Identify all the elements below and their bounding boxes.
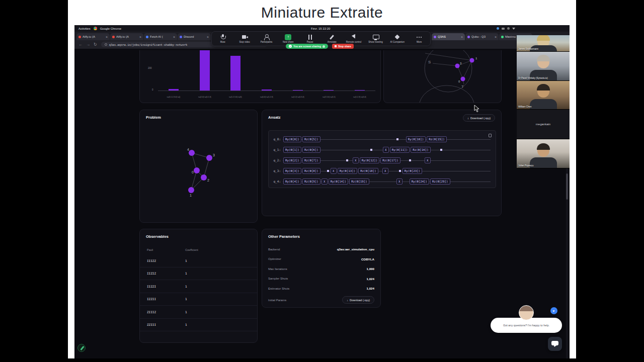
parameter-value: COBYLA bbox=[361, 257, 374, 261]
browser-tab[interactable]: Q3AS× bbox=[432, 33, 465, 40]
graph-node bbox=[461, 77, 465, 81]
tab-favicon bbox=[501, 36, 504, 38]
meeting-control-pause[interactable]: Pause bbox=[299, 34, 320, 43]
graph-node bbox=[201, 174, 207, 180]
parameter-row: Estimator Shots1,024 bbox=[262, 284, 380, 294]
reload-icon[interactable]: ↻ bbox=[94, 42, 97, 47]
other-parameters-panel: Other Parameters Backendq3as:aer_simulat… bbox=[262, 229, 381, 308]
chat-launcher-button[interactable] bbox=[548, 337, 562, 351]
chat-notification-icon[interactable]: ▸ bbox=[550, 307, 557, 314]
parameter-row: Sampler Shots1,024 bbox=[262, 274, 380, 284]
x-gate: X bbox=[353, 157, 359, 163]
webapp-content: 2000 s={0,1,2,3,4} t={}s={2,4} t={0,1,3}… bbox=[74, 49, 570, 358]
parameter-value: 1,024 bbox=[367, 277, 374, 281]
coefficient-value: 1 bbox=[185, 297, 257, 301]
forward-icon[interactable]: → bbox=[86, 42, 90, 47]
meeting-control-participants[interactable]: Participants bbox=[256, 34, 277, 43]
bar bbox=[355, 90, 365, 90]
participant-video[interactable]: William Chen bbox=[517, 81, 570, 110]
graph-node bbox=[206, 155, 212, 161]
activities-button[interactable]: Activities bbox=[78, 27, 91, 30]
pauli-value: IIIZZ bbox=[140, 259, 185, 262]
meeting-control-ai-companion[interactable]: AI Companion bbox=[387, 34, 408, 43]
observables-header: PauliCoefficient bbox=[140, 245, 257, 254]
meeting-control-annotate[interactable]: Annotate bbox=[321, 34, 343, 43]
parameter-value: 1,000 bbox=[367, 267, 374, 270]
people-icon bbox=[263, 34, 270, 40]
clock[interactable]: Févr. 15 22:20 bbox=[311, 27, 330, 30]
annotate-pencil-button[interactable] bbox=[77, 344, 86, 352]
x-gate: X bbox=[321, 178, 328, 185]
gate-box: Rz(θ[8]) bbox=[302, 168, 320, 174]
x-tick-label: s={0,1,2,3,4} t={} bbox=[161, 96, 186, 98]
participant-name: megankain bbox=[517, 123, 570, 126]
circuit-rows: q_0:Ry(θ[0])Rz(θ[5])Ry(θ[10])Rz(θ[15])q_… bbox=[269, 134, 496, 187]
st-graph-panel: S T 130 bbox=[383, 50, 502, 103]
browser-tab[interactable]: Qubo - Q3× bbox=[465, 33, 499, 40]
meeting-control-stop-video[interactable]: Stop video bbox=[234, 34, 255, 43]
meeting-control-new-share[interactable]: New share bbox=[278, 34, 299, 43]
table-row: ZZIII1 bbox=[140, 319, 257, 332]
observables-panel: Observables PauliCoefficient IIIZZ1IIZIZ… bbox=[139, 229, 258, 343]
stop-icon bbox=[335, 45, 337, 47]
parameter-label: Backend bbox=[268, 248, 337, 251]
tab-close-icon[interactable]: × bbox=[495, 35, 497, 39]
screen-sharing-pill[interactable]: ✓ You are screen sharing bbox=[286, 44, 328, 49]
tab-label: Ailfy.io (A bbox=[83, 35, 104, 38]
gate-box: Rz(θ[6]) bbox=[302, 147, 320, 153]
scrollbar-thumb[interactable] bbox=[566, 173, 568, 200]
gate-box: Ry(θ[1]) bbox=[283, 147, 301, 153]
bar bbox=[262, 89, 272, 90]
tab-close-icon[interactable]: × bbox=[106, 35, 108, 39]
problem-panel: Problem 43021 bbox=[139, 110, 258, 223]
bar-slot bbox=[189, 50, 220, 90]
download-icon: ↓ bbox=[347, 299, 348, 302]
browser-tab[interactable]: Ailfy.io (A× bbox=[76, 33, 110, 40]
toggle-icon bbox=[323, 45, 325, 48]
download-ansatz-button[interactable]: ↓ Download (.npy) bbox=[463, 114, 495, 122]
table-row: IIZZI1 bbox=[140, 280, 257, 293]
parameter-row: Max Iterations1,000 bbox=[262, 264, 380, 274]
dots-icon bbox=[416, 34, 423, 40]
tab-close-icon[interactable]: × bbox=[139, 35, 141, 39]
meeting-control-show-meeting[interactable]: Show meeting bbox=[365, 34, 386, 43]
x-tick-label: s={1,2,3,4} t={0} bbox=[223, 96, 248, 98]
participant-video[interactable]: Julian Popescu bbox=[517, 139, 570, 168]
meeting-control-mute[interactable]: Mute bbox=[212, 34, 233, 43]
site-info-icon[interactable] bbox=[105, 43, 107, 46]
back-icon[interactable]: ← bbox=[78, 42, 83, 47]
x-gate: X bbox=[331, 168, 337, 174]
tab-favicon bbox=[112, 36, 115, 38]
problem-graph: 43021 bbox=[140, 122, 257, 223]
gate-box: Rz(θ[17]) bbox=[380, 157, 400, 163]
svg-text:1: 1 bbox=[475, 57, 477, 60]
meeting-control-label: AI Companion bbox=[390, 41, 405, 43]
tab-close-icon[interactable]: × bbox=[461, 35, 463, 39]
participant-video[interactable]: megankain bbox=[517, 110, 570, 139]
stop-share-button[interactable]: Stop share bbox=[332, 44, 354, 49]
gate-box: Rz(θ[19]) bbox=[349, 178, 369, 185]
gate-box: Rz(θ[29]) bbox=[430, 178, 450, 185]
x-gate: X bbox=[396, 178, 403, 185]
browser-tab[interactable]: Discord× bbox=[178, 33, 211, 40]
meeting-control-remote-control[interactable]: Remote control bbox=[343, 34, 364, 43]
bar bbox=[324, 90, 334, 90]
participant-video[interactable]: James Stubbemann bbox=[517, 35, 570, 52]
parameter-row: Backendq3as:aer_simulation_cpu bbox=[262, 244, 380, 254]
browser-tab[interactable]: Fetch AI (× bbox=[144, 33, 177, 40]
meeting-control-more[interactable]: More bbox=[409, 34, 430, 43]
tab-label: Q3AS bbox=[438, 35, 459, 38]
system-tray[interactable] bbox=[497, 27, 515, 30]
browser-tab[interactable]: Ailfy.io (A× bbox=[110, 33, 143, 40]
participant-video[interactable]: Dr Pavel Vinitsky (Synexis.io) bbox=[517, 52, 570, 81]
tab-label: Fetch AI ( bbox=[150, 35, 172, 38]
download-initial-params-button[interactable]: ↓Download (.npy) bbox=[342, 296, 374, 304]
coefficient-value: 1 bbox=[185, 323, 257, 326]
nav-buttons[interactable]: ←→↻ bbox=[74, 42, 101, 47]
participant-silhouette bbox=[537, 85, 549, 98]
meeting-control-label: Show meeting bbox=[368, 41, 383, 43]
tab-close-icon[interactable]: × bbox=[173, 35, 175, 39]
ansatz-title: Ansatz bbox=[268, 115, 281, 120]
participant-name: Julian Popescu bbox=[518, 164, 534, 167]
tab-close-icon[interactable]: × bbox=[207, 35, 209, 39]
